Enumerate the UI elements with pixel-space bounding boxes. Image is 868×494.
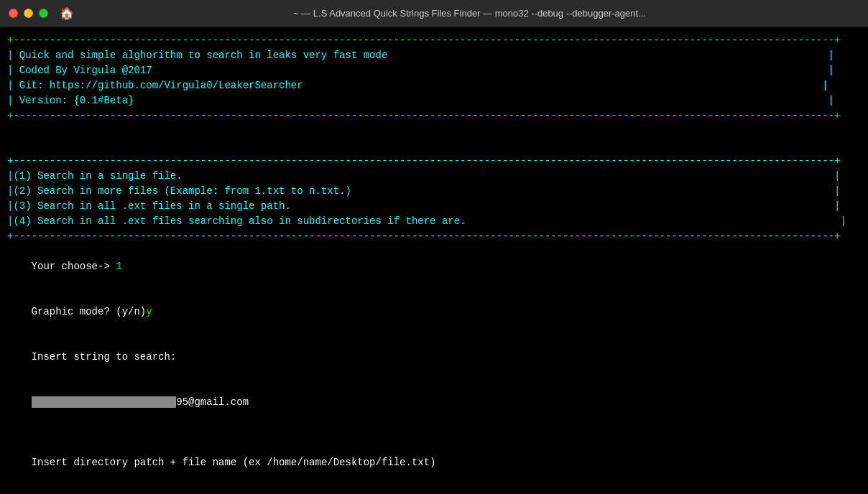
header-border-bottom: +---------------------------------------…: [7, 108, 861, 124]
menu-line2: |(2) Search in more files (Example: from…: [7, 184, 861, 199]
search-redacted: [32, 396, 177, 408]
choose-value: 1: [116, 261, 121, 272]
minimize-button[interactable]: [24, 9, 33, 18]
header-line3: | Git: https://github.com/Virgula0/Leake…: [7, 78, 861, 93]
close-button[interactable]: [9, 9, 18, 18]
prompt-directory-label: Insert directory patch + file name (ex /…: [32, 457, 436, 468]
header-border-top: +---------------------------------------…: [7, 33, 861, 48]
header-line1: | Quick and simple alghorithm to search …: [7, 48, 861, 63]
terminal: +---------------------------------------…: [0, 27, 868, 494]
empty-line-2: [7, 139, 861, 154]
empty-line-3: [7, 425, 861, 440]
graphic-value: y: [146, 306, 152, 317]
title-bar: 🏠 ~ — L.S Advanced Quick Strings Files F…: [0, 0, 868, 27]
menu-border-top: +---------------------------------------…: [7, 154, 861, 169]
prompt-search-label: Insert string to search:: [32, 351, 177, 363]
menu-line4: |(4) Search in all .ext files searching …: [7, 214, 861, 229]
home-icon: 🏠: [60, 6, 74, 21]
prompt-graphic-line: Graphic mode? (y/n)y: [7, 289, 861, 335]
header-line2: | Coded By Virgula @2017 |: [7, 63, 861, 78]
prompt-search-line: Insert string to search:: [7, 335, 861, 380]
menu-line1: |(1) Search in a single file. |: [7, 169, 861, 184]
window-title: ~ — L.S Advanced Quick Strings Files Fin…: [80, 8, 859, 19]
menu-line3: |(3) Search in all .ext files in a singl…: [7, 199, 861, 214]
search-input-line: 95@gmail.com: [7, 380, 861, 425]
header-line4: | Version: {0.1#Beta} |: [7, 93, 861, 108]
maximize-button[interactable]: [39, 9, 48, 18]
prompt-graphic-label: Graphic mode? (y/n): [32, 306, 147, 317]
prompt-choose-label: Your choose->: [32, 261, 116, 272]
prompt-choose-line: Your choose-> 1: [7, 244, 861, 289]
menu-border-bottom: +---------------------------------------…: [7, 229, 861, 244]
prompt-directory-line: Insert directory patch + file name (ex /…: [7, 440, 861, 485]
empty-line-1: [7, 124, 861, 139]
search-value: 95@gmail.com: [176, 396, 249, 408]
directory-value-line: [/Volumes/My Passport/Datas/Linkedin Lea…: [7, 485, 861, 494]
